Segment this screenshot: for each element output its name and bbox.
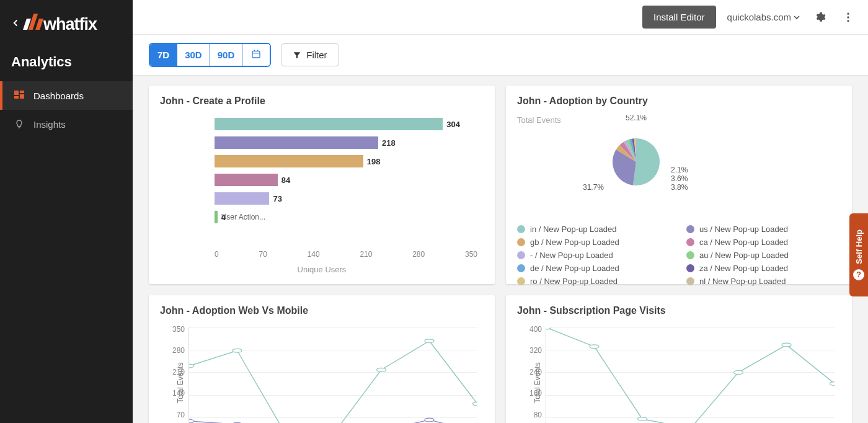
legend-label: gb / New Pop-up Loaded: [530, 238, 619, 247]
x-tick: 280: [412, 250, 425, 259]
card-title: John - Create a Profile: [160, 96, 484, 107]
legend-swatch: [517, 277, 525, 285]
legend-item: de / New Pop-up Loaded: [517, 264, 671, 273]
filter-label: Filter: [306, 50, 327, 60]
legend-item: - / New Pop-up Loaded: [517, 251, 671, 260]
svg-rect-0: [14, 91, 19, 95]
line-point: [377, 368, 386, 372]
bar-row: User Action...84: [215, 171, 477, 189]
domain-text: quickolabs.com: [727, 12, 791, 22]
pie-percent-label: 3.6%: [671, 174, 688, 183]
legend-item: us / New Pop-up Loaded: [686, 225, 841, 234]
card-web-vs-mobile: John - Adoption Web Vs Mobile Total Even…: [149, 295, 495, 423]
domain-dropdown[interactable]: quickolabs.com: [727, 12, 800, 22]
svg-rect-3: [20, 94, 24, 99]
pie-chart: 52.1%31.7%3.8%3.6%2.1%: [574, 115, 698, 217]
range-calendar-button[interactable]: [242, 44, 270, 66]
more-icon[interactable]: [839, 9, 857, 26]
install-editor-button[interactable]: Install Editor: [642, 6, 716, 29]
sidebar-item-dashboards[interactable]: Dashboards: [0, 81, 133, 110]
range-7d-button[interactable]: 7D: [150, 44, 177, 66]
legend-label: ca / New Pop-up Loaded: [699, 238, 788, 247]
line-point: [590, 345, 599, 349]
legend-label: us / New Pop-up Loaded: [699, 225, 788, 234]
legend-swatch: [686, 251, 694, 259]
bar-value-label: 84: [278, 174, 290, 186]
pie-percent-label: 31.7%: [583, 183, 604, 192]
sidebar-item-label: Dashboards: [33, 91, 84, 101]
line-point: [473, 402, 477, 406]
legend-swatch: [686, 238, 694, 246]
range-30d-button[interactable]: 30D: [177, 44, 210, 66]
y-tick: 400: [523, 325, 542, 334]
self-help-tab[interactable]: Self Help ?: [849, 213, 868, 296]
bar-row: User Action...304: [215, 115, 477, 133]
line-point: [189, 364, 193, 368]
brand-text: whatfix: [43, 15, 97, 34]
svg-rect-1: [20, 91, 24, 93]
filter-button[interactable]: Filter: [281, 43, 339, 66]
y-tick: 140: [166, 389, 185, 398]
line-series: [546, 327, 835, 423]
svg-rect-7: [252, 51, 260, 58]
y-tick: 70: [166, 411, 185, 419]
card-title: John - Subscription Page Visits: [517, 305, 841, 316]
line-chart: Total Events 400320240160800: [517, 325, 841, 423]
line-series: [189, 341, 477, 423]
bar-row: User Action...198: [215, 153, 477, 170]
help-icon: ?: [853, 269, 864, 280]
legend-item: in / New Pop-up Loaded: [517, 225, 671, 234]
sidebar-item-label: Insights: [33, 119, 66, 130]
legend-label: ro / New Pop-up Loaded: [530, 277, 618, 286]
sidebar-item-insights[interactable]: Insights: [0, 110, 133, 138]
y-tick: 280: [166, 346, 185, 355]
legend-label: za / New Pop-up Loaded: [699, 264, 788, 273]
brand-logo: whatfix: [25, 14, 97, 34]
svg-rect-2: [14, 96, 19, 99]
line-point: [232, 349, 242, 352]
legend-swatch: [517, 264, 525, 272]
y-tick: 350: [166, 325, 185, 334]
legend-item: za / New Pop-up Loaded: [686, 264, 841, 273]
bar: [215, 136, 378, 149]
gear-icon[interactable]: [811, 9, 828, 26]
legend-label: au / New Pop-up Loaded: [699, 251, 789, 260]
legend-item: au / New Pop-up Loaded: [686, 251, 841, 260]
legend-swatch: [517, 225, 525, 233]
line-point: [189, 419, 193, 423]
bulb-icon: [14, 118, 25, 130]
sidebar: whatfix Analytics Dashboards Insights: [0, 0, 133, 423]
legend-item: gb / New Pop-up Loaded: [517, 238, 671, 247]
bar-chart: User Action...304User Action...218User A…: [160, 115, 484, 274]
range-90d-button[interactable]: 90D: [210, 44, 243, 66]
svg-point-6: [847, 20, 849, 22]
back-icon[interactable]: [10, 16, 21, 32]
bar: [215, 155, 363, 167]
main: Install Editor quickolabs.com 7D 30D 90D…: [133, 0, 868, 423]
bar-row: User Action...4: [215, 208, 477, 226]
bar-row: User Action...73: [215, 190, 477, 207]
card-title: John - Adoption by Country: [517, 96, 841, 107]
legend-label: nl / New Pop-up Loaded: [699, 277, 786, 286]
card-adoption-country: John - Adoption by Country Total Events …: [506, 86, 852, 284]
y-tick: 240: [523, 368, 542, 376]
bar: [215, 174, 278, 186]
legend-swatch: [686, 225, 694, 233]
card-create-profile: John - Create a Profile User Action...30…: [149, 86, 495, 284]
bar-value-label: 4: [218, 211, 226, 223]
legend-label: de / New Pop-up Loaded: [530, 264, 619, 273]
legend-item: ro / New Pop-up Loaded: [517, 277, 671, 286]
bar-row: User Action...218: [215, 134, 477, 151]
line-point: [830, 382, 835, 386]
x-tick: 210: [360, 250, 372, 259]
legend-swatch: [517, 251, 525, 259]
bar-value-label: 304: [443, 118, 460, 130]
x-axis-label: Unique Users: [160, 265, 484, 274]
filter-bar: 7D 30D 90D Filter: [133, 35, 868, 76]
legend-swatch: [686, 277, 694, 285]
dashboard-icon: [14, 90, 25, 101]
legend-label: - / New Pop-up Loaded: [530, 251, 613, 260]
sidebar-title: Analytics: [0, 51, 133, 81]
line-chart: Total Events 350280210140700: [160, 325, 484, 423]
y-tick: 320: [523, 346, 542, 355]
